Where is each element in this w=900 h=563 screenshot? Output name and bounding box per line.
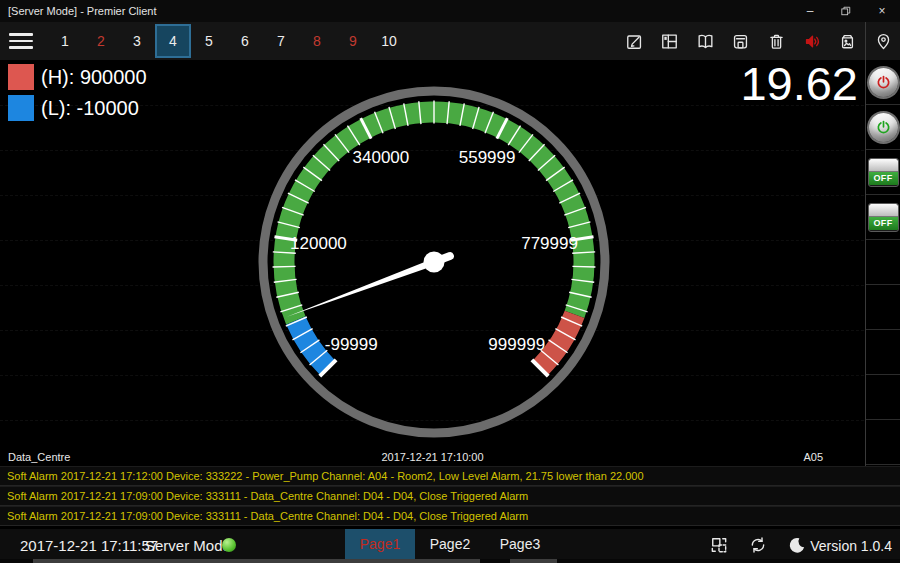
alarm-row[interactable]: Soft Alarm 2017-12-21 17:12:00 Device: 3…	[0, 466, 900, 486]
legend-low-row: (L): -10000	[8, 95, 147, 121]
alarm-row[interactable]: Soft Alarm 2017-12-21 17:09:00 Device: 3…	[0, 506, 900, 526]
legend-high-label: (H): 900000	[41, 66, 147, 89]
alarm-row[interactable]: Soft Alarm 2017-12-21 17:09:00 Device: 3…	[0, 486, 900, 506]
screen-tab-6[interactable]: 6	[227, 24, 263, 58]
restore-icon	[841, 6, 851, 16]
sync-icon[interactable]	[747, 534, 769, 556]
screen-tab-5[interactable]: 5	[191, 24, 227, 58]
version-label: Version 1.0.4	[810, 538, 892, 554]
screen-tab-7[interactable]: 7	[263, 24, 299, 58]
tabbar: 12345678910	[0, 22, 900, 60]
pages-icon[interactable]	[708, 534, 730, 556]
save-icon[interactable]	[729, 29, 753, 53]
statusbar-page2-tab[interactable]: Page2	[415, 529, 485, 560]
scrollbar-thumb[interactable]	[33, 559, 480, 563]
gauge-axis-label: 340000	[353, 148, 410, 167]
restore-button[interactable]	[828, 0, 864, 22]
sidebar-cell	[866, 330, 900, 375]
horizontal-scrollbar[interactable]	[0, 559, 900, 563]
legend-high-row: (H): 900000	[8, 64, 147, 90]
sidebar-cell: OFF	[866, 195, 900, 240]
screen-tab-2[interactable]: 2	[83, 24, 119, 58]
statusbar-icons	[708, 534, 808, 556]
pin-slot	[869, 22, 897, 60]
channel-label: A05	[803, 451, 823, 463]
gauge: -99999120000340000559999779999999999	[234, 62, 634, 462]
gauge-footer: Data_Centre 2017-12-21 17:10:00 A05	[0, 448, 865, 465]
sidebar-cell	[866, 420, 900, 465]
power-off-button[interactable]	[869, 68, 898, 97]
trash-icon[interactable]	[765, 29, 789, 53]
app-window: [Server Mode] - Premier Client – × 12345…	[0, 0, 900, 563]
sidebar-cell	[866, 375, 900, 420]
gauge-axis-label: 559999	[459, 148, 516, 167]
minimize-button[interactable]: –	[792, 0, 828, 22]
close-button[interactable]: ×	[864, 0, 900, 22]
capture-icon[interactable]	[836, 29, 860, 53]
screen-tab-3[interactable]: 3	[119, 24, 155, 58]
server-mode-label: Server Mode	[145, 537, 231, 554]
toolbar	[622, 22, 860, 60]
toggle-knob	[869, 204, 898, 217]
gauge-axis-label: -99999	[325, 335, 378, 354]
menu-icon[interactable]	[9, 33, 33, 49]
toggle-switch-1[interactable]: OFF	[868, 158, 899, 187]
gauge-timestamp: 2017-12-21 17:10:00	[0, 451, 865, 463]
speaker-icon[interactable]	[800, 29, 824, 53]
screen-tab-8[interactable]: 8	[299, 24, 335, 58]
legend-high-swatch	[8, 64, 34, 90]
screen-tab-1[interactable]: 1	[47, 24, 83, 58]
toggle-knob	[869, 159, 898, 172]
screen-tab-9[interactable]: 9	[335, 24, 371, 58]
statusbar: 2017-12-21 17:11:57 Server Mode Page1Pag…	[0, 529, 900, 563]
status-indicator	[222, 538, 236, 552]
scrollbar-thumb[interactable]	[510, 559, 557, 563]
window-title: [Server Mode] - Premier Client	[0, 5, 792, 17]
sidebar-cell	[866, 105, 900, 150]
sidebar-divider	[865, 22, 866, 466]
legend-low-label: (L): -10000	[41, 97, 139, 120]
gauge-panel: (H): 900000 (L): -10000 19.62 -999991200…	[0, 60, 900, 466]
sidebar-cell	[866, 240, 900, 285]
page-switcher: Page1Page2Page3	[345, 529, 555, 560]
screen-tab-10[interactable]: 10	[371, 24, 407, 58]
gauge-legend: (H): 900000 (L): -10000	[8, 64, 147, 126]
sidebar-cell: OFF	[866, 150, 900, 195]
statusbar-page1-tab[interactable]: Page1	[345, 529, 415, 560]
sidebar-cell	[866, 285, 900, 330]
gauge-value-display: 19.62	[740, 56, 858, 111]
power-on-button[interactable]	[869, 113, 898, 142]
gauge-axis-label: 779999	[521, 234, 578, 253]
gauge-axis-label: 999999	[488, 335, 545, 354]
legend-low-swatch	[8, 95, 34, 121]
screen-tab-4[interactable]: 4	[155, 24, 191, 58]
pin-icon[interactable]	[871, 29, 895, 53]
gauge-axis-label: 120000	[290, 234, 347, 253]
statusbar-page3-tab[interactable]: Page3	[485, 529, 555, 560]
toggle-state-label: OFF	[869, 172, 898, 185]
alarm-list: Soft Alarm 2017-12-21 17:12:00 Device: 3…	[0, 466, 900, 529]
layout-icon[interactable]	[658, 29, 682, 53]
status-timestamp: 2017-12-21 17:11:57	[20, 537, 158, 554]
screen-tabs: 12345678910	[47, 24, 407, 58]
toggle-switch-2[interactable]: OFF	[868, 203, 899, 232]
sidebar-cell	[866, 60, 900, 105]
titlebar: [Server Mode] - Premier Client – ×	[0, 0, 900, 22]
toggle-state-label: OFF	[869, 217, 898, 230]
control-sidebar: OFFOFF	[866, 60, 900, 466]
window-controls: – ×	[792, 0, 900, 22]
gauge-needle	[287, 259, 435, 317]
book-icon[interactable]	[693, 29, 717, 53]
night-mode-icon[interactable]	[786, 534, 808, 556]
edit-icon[interactable]	[622, 29, 646, 53]
